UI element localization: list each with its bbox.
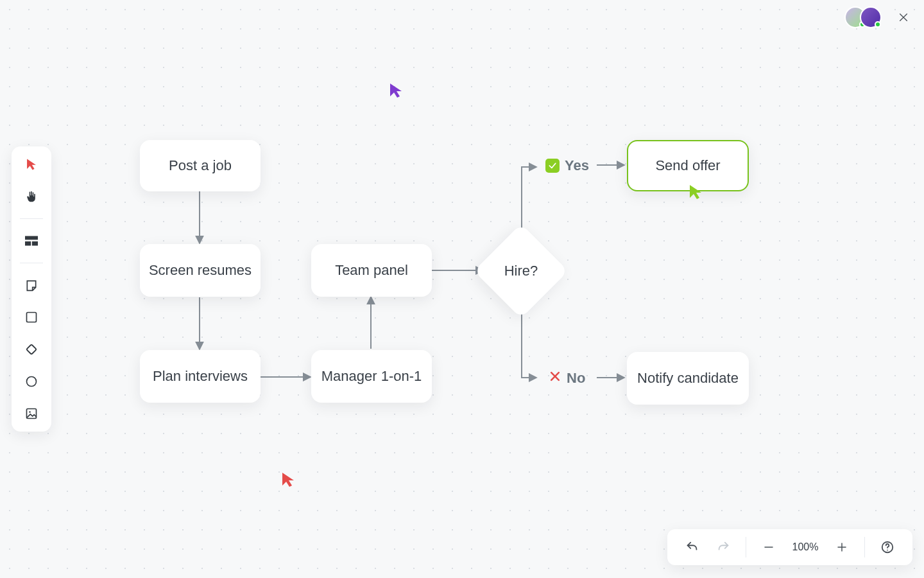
tool-rectangle[interactable] xyxy=(18,306,45,329)
svg-point-7 xyxy=(27,377,37,387)
bottom-bar: 100% xyxy=(667,529,912,565)
svg-point-9 xyxy=(29,411,31,413)
node-label: Plan interviews xyxy=(153,368,248,385)
node-screen-resumes[interactable]: Screen resumes xyxy=(140,244,261,297)
tool-pointer[interactable] xyxy=(18,153,45,176)
branch-no: No xyxy=(549,370,585,387)
help-button[interactable] xyxy=(875,535,900,559)
remote-cursor xyxy=(281,471,295,491)
close-button[interactable] xyxy=(894,8,912,26)
node-post-job[interactable]: Post a job xyxy=(140,140,261,191)
node-label: Screen resumes xyxy=(149,262,252,279)
avatar[interactable] xyxy=(860,6,882,28)
check-icon xyxy=(545,159,560,173)
svg-rect-3 xyxy=(25,241,31,246)
node-label: Manager 1-on-1 xyxy=(321,368,422,385)
tool-sticky[interactable] xyxy=(18,274,45,297)
tool-diamond[interactable] xyxy=(18,338,45,361)
node-label: Notify candidate xyxy=(637,370,739,387)
cross-icon xyxy=(549,370,561,387)
node-label: Send offer xyxy=(655,157,720,174)
toolbar xyxy=(12,146,51,432)
bottombar-divider xyxy=(864,537,865,557)
tool-section[interactable] xyxy=(18,229,45,252)
branch-yes: Yes xyxy=(545,157,589,174)
branch-label: No xyxy=(567,370,585,387)
zoom-in-button[interactable] xyxy=(830,535,854,559)
bottombar-divider xyxy=(746,537,746,557)
canvas[interactable]: Post a job Screen resumes Plan interview… xyxy=(0,0,924,578)
tool-hand[interactable] xyxy=(18,185,45,208)
svg-point-16 xyxy=(887,550,888,551)
remote-cursor xyxy=(389,82,403,101)
svg-rect-6 xyxy=(26,344,37,355)
presence-bar xyxy=(844,6,912,28)
undo-button[interactable] xyxy=(680,535,705,559)
edges-layer xyxy=(0,0,924,578)
node-team-panel[interactable]: Team panel xyxy=(311,244,432,297)
toolbar-divider xyxy=(20,263,43,263)
avatar-stack[interactable] xyxy=(844,6,882,28)
redo-button[interactable] xyxy=(711,535,735,559)
node-label: Post a job xyxy=(169,157,232,174)
status-online-icon xyxy=(875,21,881,28)
tool-image[interactable] xyxy=(18,402,45,425)
zoom-level[interactable]: 100% xyxy=(787,541,823,553)
svg-rect-2 xyxy=(25,236,38,240)
node-hire-decision[interactable]: Hire? xyxy=(488,238,554,304)
node-send-offer[interactable]: Send offer xyxy=(627,140,749,191)
node-label: Hire? xyxy=(504,263,538,279)
svg-rect-5 xyxy=(27,313,37,322)
node-label: Team panel xyxy=(335,262,408,279)
tool-circle[interactable] xyxy=(18,370,45,393)
branch-label: Yes xyxy=(565,157,589,174)
zoom-out-button[interactable] xyxy=(757,535,781,559)
node-manager-1on1[interactable]: Manager 1-on-1 xyxy=(311,350,432,403)
node-notify-candidate[interactable]: Notify candidate xyxy=(627,352,749,405)
svg-rect-4 xyxy=(32,241,38,246)
toolbar-divider xyxy=(20,218,43,219)
node-plan-interviews[interactable]: Plan interviews xyxy=(140,350,261,403)
